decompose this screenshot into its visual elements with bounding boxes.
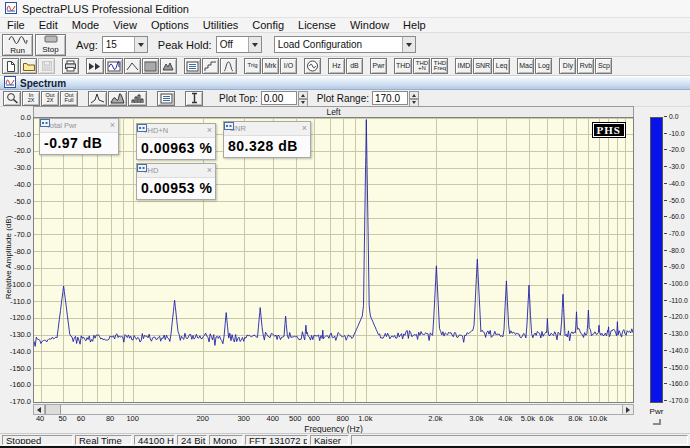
stop-button[interactable]: Stop — [35, 34, 66, 56]
plot-range-label: Plot Range: — [317, 93, 369, 104]
meter-tick-label: -30.0 — [669, 163, 690, 170]
logging-button[interactable]: Log — [535, 58, 552, 74]
power-level-meter — [650, 117, 663, 403]
toolbar-group: IMDSNRLeq — [455, 58, 510, 74]
thd-n-button[interactable]: THD +N — [413, 58, 430, 74]
toolbar-group — [62, 58, 79, 74]
spectrum-panel-titlebar[interactable]: Spectrum — [0, 76, 690, 90]
overlay-snr[interactable]: SNR×80.328 dB — [223, 121, 311, 158]
peak-hold-value: Off — [220, 39, 233, 50]
legend-icon[interactable] — [184, 58, 201, 74]
menu-file[interactable]: File — [0, 19, 32, 31]
new-file-icon[interactable] — [2, 58, 19, 74]
zoom-in-2x-button[interactable]: In 2X — [22, 91, 40, 106]
chevron-down-icon[interactable] — [248, 37, 261, 52]
menu-mode[interactable]: Mode — [65, 19, 107, 31]
zoom-icon[interactable] — [3, 91, 21, 106]
x-tick-label: 8.0k — [568, 414, 582, 423]
spectrum-plot[interactable]: PHS Total Pwr×-0.97 dBTHD+N×0.00963 %SNR… — [33, 117, 634, 403]
legend-icon[interactable] — [157, 91, 175, 106]
menu-view[interactable]: View — [106, 19, 144, 31]
marker-icon[interactable] — [185, 91, 203, 106]
meter-label: Pwr — [644, 407, 669, 416]
scroll-right-icon[interactable] — [622, 405, 633, 414]
overlay-value: 80.328 dB — [224, 135, 310, 157]
y-tick-label: -170.0 — [3, 397, 31, 406]
time-series-icon[interactable] — [105, 58, 123, 74]
plot-type-filled-icon[interactable] — [108, 91, 127, 106]
y-tick-label: -160.0 — [3, 380, 31, 389]
menu-license[interactable]: License — [291, 19, 343, 31]
hz-button[interactable]: Hz — [328, 58, 345, 74]
menu-config[interactable]: Config — [245, 19, 291, 31]
db-button[interactable]: dB — [346, 58, 363, 74]
delay-button[interactable]: Dly — [559, 58, 576, 74]
peak-hold-select[interactable]: Off — [216, 36, 262, 53]
overlay-thd-n[interactable]: THD+N×0.00963 % — [136, 123, 216, 160]
overlay-thd[interactable]: THD×0.00953 % — [136, 163, 216, 200]
macros-button[interactable]: Mac — [517, 58, 534, 74]
pwr-button[interactable]: Pwr — [370, 58, 387, 74]
thd-freq-button[interactable]: THD Freq — [431, 58, 448, 74]
y-tick-label: -20.0 — [3, 146, 31, 155]
snr-button[interactable]: SNR — [473, 58, 492, 74]
close-icon[interactable]: × — [110, 121, 115, 130]
load-configuration-select[interactable]: Load Configuration — [274, 36, 416, 53]
reverb-button[interactable]: Rvb — [577, 58, 594, 74]
playback-icon[interactable] — [86, 58, 104, 74]
overlay-title: Total Pwr — [46, 121, 107, 130]
avg-select[interactable]: 15 — [102, 36, 148, 53]
plot-top-spinner[interactable] — [298, 91, 308, 105]
zoom-out-2x-button[interactable]: Out 2X — [41, 91, 59, 106]
y-tick-label: 0.0 — [3, 113, 31, 122]
window-title: SpectraPLUS Professional Edition — [22, 3, 189, 15]
chevron-down-icon[interactable] — [134, 37, 147, 52]
toolbar-group: TrigMrkI/O — [244, 58, 297, 74]
plot-type-bar-icon[interactable] — [128, 91, 147, 106]
resize-grip-icon[interactable] — [653, 419, 661, 425]
title-bar[interactable]: SpectraPLUS Professional Edition — [0, 0, 690, 18]
close-icon[interactable]: × — [302, 124, 307, 133]
print-icon[interactable] — [62, 58, 79, 74]
leq-button[interactable]: Leq — [493, 58, 510, 74]
close-icon[interactable]: × — [207, 126, 212, 135]
scrollbar-thumb[interactable] — [45, 405, 61, 414]
thd-button[interactable]: THD — [394, 58, 412, 74]
markers-button[interactable]: Mrk — [262, 58, 279, 74]
close-icon[interactable]: × — [207, 166, 212, 175]
scope-button[interactable]: Scp — [595, 58, 612, 74]
plot-range-spinner[interactable] — [409, 91, 419, 105]
plot-range-input[interactable] — [372, 91, 408, 105]
axis-scale-icon[interactable] — [202, 58, 219, 74]
menu-utilities[interactable]: Utilities — [196, 19, 245, 31]
menu-options[interactable]: Options — [144, 19, 196, 31]
signal-generator-icon[interactable] — [304, 58, 321, 74]
x-tick-label: 10.0k — [589, 414, 607, 423]
plot-type-line-icon[interactable] — [88, 91, 107, 106]
plot-top-input[interactable] — [261, 91, 297, 105]
chevron-down-icon[interactable] — [402, 37, 415, 52]
x-tick-label: 6.0k — [539, 414, 553, 423]
io-button[interactable]: I/O — [280, 58, 297, 74]
channel-label[interactable]: Left — [33, 106, 634, 117]
y-tick-label: -30.0 — [3, 163, 31, 172]
overlay-total-pwr[interactable]: Total Pwr×-0.97 dB — [39, 118, 119, 155]
scroll-left-icon[interactable] — [34, 405, 45, 414]
spectrogram-icon[interactable] — [142, 58, 159, 74]
surface-plot-icon[interactable] — [160, 58, 177, 74]
meter-tick-label: -80.0 — [669, 247, 690, 254]
menu-help[interactable]: Help — [396, 19, 433, 31]
x-tick-label: 3.0k — [469, 414, 483, 423]
run-button[interactable]: Run — [2, 34, 33, 56]
menu-window[interactable]: Window — [343, 19, 396, 31]
imd-button[interactable]: IMD — [455, 58, 472, 74]
menu-edit[interactable]: Edit — [32, 19, 65, 31]
zoom-out-full-button[interactable]: Out Full — [60, 91, 78, 106]
overlay-title: THD+N — [143, 126, 204, 135]
picker-icon[interactable] — [220, 58, 237, 74]
waveform-icon[interactable] — [124, 58, 141, 74]
trigger-button[interactable]: Trig — [244, 58, 261, 74]
status-fft-window: Kaiser — [310, 435, 349, 445]
spectrum-toolbar-group — [88, 91, 147, 106]
open-file-icon[interactable] — [20, 58, 37, 74]
